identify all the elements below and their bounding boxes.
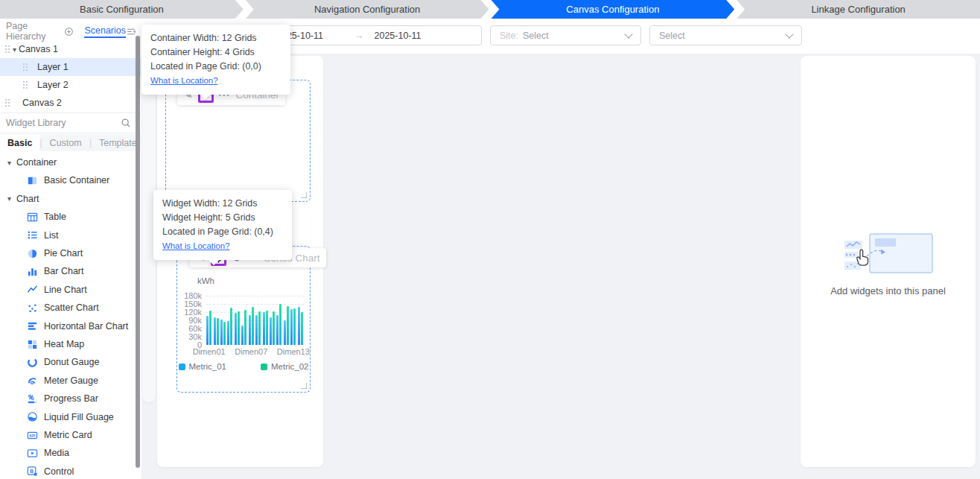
date-end-value[interactable]: 2025-10-11 bbox=[375, 31, 421, 41]
widget-item-heat-map[interactable]: Heat Map bbox=[0, 335, 136, 353]
bar-metric_02 bbox=[258, 311, 261, 345]
widget-item-scatter-chart[interactable]: Scatter Chart bbox=[0, 299, 136, 317]
bar-group bbox=[235, 311, 240, 345]
bar-group bbox=[249, 307, 254, 345]
sidebar-scrollbar[interactable] bbox=[136, 36, 140, 468]
bar-metric_01 bbox=[263, 312, 265, 345]
sidebar: Page Hierarchy Scenarios ▾Canvas 1Layer … bbox=[0, 19, 142, 479]
widget-item-liquid-fill-guage[interactable]: Liquid Fill Guage bbox=[0, 408, 136, 426]
site-select[interactable]: Site: Select bbox=[490, 25, 641, 45]
widget-item-progress-bar[interactable]: Progress Bar bbox=[0, 390, 136, 407]
bar-metric_02 bbox=[287, 306, 289, 345]
breadcrumb-step-canvas-configuration[interactable]: Canvas Configuration bbox=[491, 0, 735, 19]
library-tab-custom[interactable]: Custom bbox=[42, 135, 89, 151]
search-icon[interactable] bbox=[121, 118, 131, 131]
widget-item-metric-card[interactable]: KPIMetric Card bbox=[0, 426, 136, 444]
legend-swatch bbox=[179, 364, 185, 370]
bar-metric_01 bbox=[290, 309, 293, 345]
widget-item-table[interactable]: Table bbox=[0, 208, 136, 226]
legend-swatch bbox=[261, 364, 267, 370]
widget-item-label: Media bbox=[44, 448, 69, 458]
widget-item-horizontal-bar-chart[interactable]: Horizontal Bar Chart bbox=[0, 317, 136, 335]
caret-down-icon[interactable]: ▾ bbox=[13, 45, 16, 54]
container-info-tooltip: Container Width: 12 GridsContainer Heigh… bbox=[141, 25, 290, 95]
add-page-icon[interactable] bbox=[64, 27, 74, 37]
bar-metric_02 bbox=[217, 318, 219, 345]
drag-handle-icon[interactable] bbox=[4, 98, 10, 107]
series-chart: kWh 180k150k120k90k60k30k0Dimen01Dimen07… bbox=[176, 246, 311, 393]
tree-item-layer-2[interactable]: Layer 2 bbox=[0, 76, 141, 94]
chevron-down-icon bbox=[785, 30, 793, 38]
bar-group bbox=[276, 304, 281, 345]
bar-group bbox=[214, 317, 219, 345]
legend-label: Metric_02 bbox=[271, 362, 309, 371]
library-tab-basic[interactable]: Basic bbox=[0, 135, 39, 151]
caret-down-icon[interactable]: ▾ bbox=[7, 194, 11, 203]
site-select-label: Site: bbox=[500, 31, 518, 41]
empty-panel-hint: Add widgets into this panel bbox=[801, 285, 976, 296]
sidebar-header: Page Hierarchy Scenarios bbox=[0, 23, 141, 39]
breadcrumb-step-navigation-configuration[interactable]: Navigation Configuration bbox=[246, 0, 489, 19]
drag-handle-icon[interactable] bbox=[4, 45, 10, 54]
widget-item-list[interactable]: List bbox=[0, 226, 136, 244]
drag-handle-icon[interactable] bbox=[22, 63, 28, 72]
drag-handle-icon[interactable] bbox=[22, 80, 28, 89]
line-chart-icon bbox=[27, 284, 38, 295]
widget-item-pie-chart[interactable]: Pie Chart bbox=[0, 244, 136, 262]
tooltip-line: Container Width: 12 Grids bbox=[150, 31, 281, 45]
svg-text:B: B bbox=[30, 469, 34, 474]
tooltip-line: Widget Width: 12 Grids bbox=[162, 197, 283, 211]
bar-group bbox=[284, 306, 289, 345]
tab-scenarios[interactable]: Scenarios bbox=[84, 25, 126, 38]
bar-metric_01 bbox=[206, 316, 209, 345]
secondary-select[interactable]: Select bbox=[649, 25, 802, 45]
what-is-location-link[interactable]: What is Location? bbox=[150, 76, 218, 85]
widget-group-label: Chart bbox=[16, 194, 39, 204]
widget-item-bar-chart[interactable]: Bar Chart bbox=[0, 262, 136, 280]
widget-info-tooltip: Widget Width: 12 GridsWidget Height: 5 G… bbox=[153, 190, 292, 260]
date-range-picker[interactable]: 2025-10-11 → 2025-10-11 bbox=[267, 25, 482, 45]
breadcrumb-step-basic-configuration[interactable]: Basic Configuration bbox=[0, 0, 244, 19]
breadcrumb-step-linkage-configuration[interactable]: Linkage Configuration bbox=[736, 0, 980, 19]
bar-metric_02 bbox=[252, 307, 254, 345]
widget-group-container[interactable]: ▾Container bbox=[0, 153, 136, 171]
chart-legend: Metric_01Metric_02 bbox=[176, 362, 311, 371]
tree-item-label: Canvas 2 bbox=[22, 98, 62, 108]
widget-item-media[interactable]: Media bbox=[0, 444, 136, 462]
bar-metric_02 bbox=[279, 304, 281, 345]
breadcrumb: Basic ConfigurationNavigation Configurat… bbox=[0, 0, 980, 19]
widget-item-meter-gauge[interactable]: Meter Gauge bbox=[0, 372, 136, 390]
heat-map-icon bbox=[27, 339, 38, 350]
tree-item-layer-1[interactable]: Layer 1 bbox=[0, 58, 141, 76]
widget-item-label: Pie Chart bbox=[44, 248, 83, 258]
bar-metric_02 bbox=[293, 308, 296, 345]
widget-item-basic-container[interactable]: Basic Container bbox=[0, 171, 136, 189]
widget-item-label: Donut Gauge bbox=[44, 357, 99, 367]
caret-down-icon[interactable]: ▾ bbox=[7, 159, 11, 167]
bar-metric_02 bbox=[273, 311, 275, 345]
legend-item: Metric_01 bbox=[179, 362, 227, 371]
widget-group-label: Container bbox=[16, 157, 57, 168]
metric-card-icon: KPI bbox=[27, 430, 38, 441]
horizontal-bar-chart-icon bbox=[27, 320, 38, 332]
empty-page-panel[interactable]: Add widgets into this panel bbox=[801, 56, 976, 467]
widget-item-donut-gauge[interactable]: Donut Gauge bbox=[0, 353, 136, 371]
collapse-panel-icon[interactable] bbox=[126, 27, 136, 37]
resize-handle-icon[interactable] bbox=[301, 192, 307, 198]
bar-group bbox=[241, 310, 246, 345]
widget-group-chart[interactable]: ▾Chart bbox=[0, 190, 136, 208]
what-is-location-link[interactable]: What is Location? bbox=[162, 241, 230, 250]
bar-group bbox=[270, 311, 275, 345]
scatter-chart-icon bbox=[27, 302, 38, 314]
bar-metric_02 bbox=[244, 310, 246, 345]
date-range-arrow-icon: → bbox=[354, 31, 364, 41]
tab-page-hierarchy[interactable]: Page Hierarchy bbox=[6, 21, 60, 42]
tree-item-canvas-2[interactable]: Canvas 2 bbox=[0, 94, 141, 112]
tree-item-canvas-1[interactable]: ▾Canvas 1 bbox=[0, 40, 141, 58]
svg-text:KPI: KPI bbox=[30, 434, 36, 437]
widget-item-line-chart[interactable]: Line Chart bbox=[0, 281, 136, 299]
liquid-fill-icon bbox=[27, 411, 38, 422]
widget-library-title: Widget Library bbox=[6, 118, 66, 128]
bar-metric_01 bbox=[249, 315, 251, 345]
widget-item-control[interactable]: BControl bbox=[0, 463, 136, 479]
